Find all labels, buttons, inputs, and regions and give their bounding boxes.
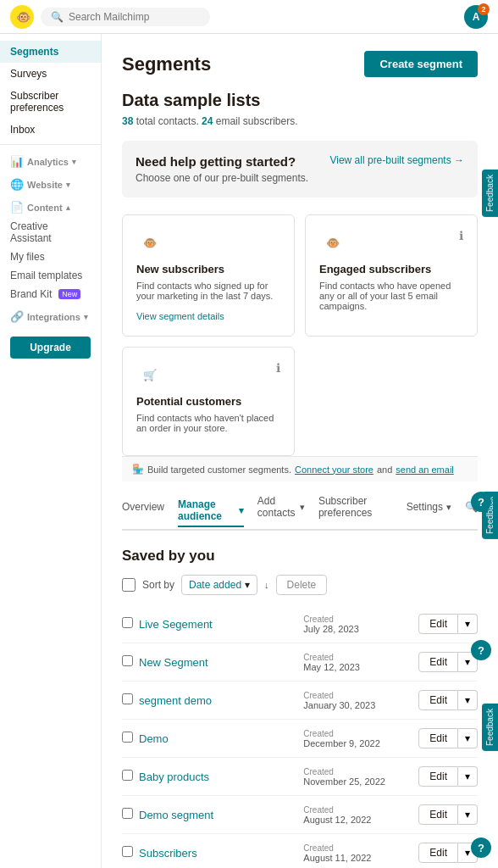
select-all-checkbox[interactable] (122, 578, 136, 592)
row-actions-2: Edit ▾ (418, 690, 478, 710)
segment-name-1[interactable]: New Segment (139, 656, 303, 669)
search-input[interactable] (69, 11, 187, 23)
dropdown-button-4[interactable]: ▾ (458, 766, 478, 787)
tab-overview[interactable]: Overview (122, 501, 164, 516)
sidebar-item-subscriber-prefs[interactable]: Subscriber preferences (0, 85, 101, 119)
segment-created-4: Created November 25, 2022 (303, 767, 405, 787)
row-checkbox-5[interactable] (122, 808, 139, 821)
section-title: Data sample lists (122, 91, 478, 110)
table-row: New Segment Created May 12, 2023 Edit ▾ (122, 643, 478, 682)
content-chevron: ▴ (66, 203, 70, 212)
sort-direction-icon[interactable]: ↓ (264, 580, 269, 590)
table-row: segment demo Created January 30, 2023 Ed… (122, 682, 478, 720)
edit-button-5[interactable]: Edit (418, 804, 458, 825)
dropdown-button-3[interactable]: ▾ (458, 728, 478, 748)
upgrade-button[interactable]: Upgrade (10, 337, 91, 359)
engaged-subscribers-desc: Find contacts who have opened any or all… (319, 281, 463, 311)
sidebar-item-my-files[interactable]: My files (0, 248, 101, 266)
settings-chevron: ▾ (446, 502, 451, 513)
help-button-3[interactable]: ? (471, 837, 491, 858)
edit-button-1[interactable]: Edit (418, 652, 458, 672)
sidebar-item-creative-assistant[interactable]: Creative Assistant (0, 217, 101, 248)
feedback-tab-3[interactable]: Feedback (482, 704, 498, 751)
dropdown-button-2[interactable]: ▾ (458, 690, 478, 710)
sidebar: Segments Surveys Subscriber preferences … (0, 34, 102, 868)
help-card: Need help getting started? Choose one of… (122, 141, 478, 198)
connect-store-link[interactable]: Connect your store (295, 465, 374, 475)
edit-button-2[interactable]: Edit (418, 690, 458, 710)
segment-name-5[interactable]: Demo segment (139, 809, 303, 821)
row-checkbox-6[interactable] (122, 846, 139, 860)
tab-settings[interactable]: Settings ▾ (407, 501, 451, 516)
add-contacts-chevron: ▾ (300, 502, 305, 513)
row-checkbox-1[interactable] (122, 655, 139, 669)
dropdown-button-0[interactable]: ▾ (458, 614, 478, 634)
sidebar-section-integrations[interactable]: 🔗 Integrations ▾ (0, 303, 101, 326)
help-card-desc: Choose one of our pre-built segments. (136, 172, 308, 184)
new-subscribers-desc: Find contacts who signed up for your mar… (136, 281, 280, 301)
row-checkbox-2[interactable] (122, 693, 139, 707)
send-email-link[interactable]: send an email (396, 465, 454, 475)
delete-button[interactable]: Delete (276, 575, 328, 595)
table-controls: Sort by Date added ▾ ↓ Delete (122, 575, 478, 595)
row-checkbox-0[interactable] (122, 617, 139, 631)
feedback-tab-1[interactable]: Feedback (482, 170, 498, 217)
segment-name-4[interactable]: Baby products (139, 771, 303, 783)
help-button-2[interactable]: ? (471, 640, 491, 660)
sidebar-item-brand-kit[interactable]: Brand Kit New (0, 285, 101, 303)
email-subscribers: 24 (202, 115, 213, 127)
edit-button-0[interactable]: Edit (418, 614, 458, 634)
engaged-info-icon[interactable]: ℹ (459, 229, 463, 242)
help-card-title: Need help getting started? (136, 154, 308, 169)
edit-button-3[interactable]: Edit (418, 728, 458, 748)
card-engaged-subscribers: 🐵 ℹ Engaged subscribers Find contacts wh… (305, 214, 478, 337)
new-subscribers-link[interactable]: View segment details (136, 311, 224, 321)
segment-name-6[interactable]: Subscribers (139, 847, 303, 860)
sidebar-item-email-templates[interactable]: Email templates (0, 266, 101, 285)
sidebar-section-analytics[interactable]: 📊 Analytics ▾ (0, 148, 101, 171)
row-actions-0: Edit ▾ (418, 614, 478, 634)
table-row: Baby products Created November 25, 2022 … (122, 758, 478, 796)
edit-button-6[interactable]: Edit (418, 843, 458, 863)
mailchimp-logo[interactable]: 🐵 (10, 5, 34, 29)
tab-manage-audience[interactable]: Manage audience ▾ (178, 498, 244, 527)
potential-customers-title: Potential customers (136, 395, 280, 408)
sort-select[interactable]: Date added ▾ (181, 575, 257, 595)
search-icon: 🔍 (51, 11, 64, 23)
dropdown-button-5[interactable]: ▾ (458, 804, 478, 825)
sort-value: Date added (189, 579, 241, 591)
sidebar-section-content[interactable]: 📄 Content ▴ (0, 194, 101, 217)
segment-created-1: Created May 12, 2023 (303, 653, 405, 672)
segment-cards-grid: 🐵 New subscribers Find contacts who sign… (122, 214, 478, 337)
sidebar-item-inbox[interactable]: Inbox (0, 119, 101, 141)
row-actions-5: Edit ▾ (418, 804, 478, 825)
help-button-1[interactable]: ? (471, 492, 491, 512)
segment-name-2[interactable]: segment demo (139, 694, 303, 707)
engaged-subscribers-title: Engaged subscribers (319, 263, 463, 275)
row-actions-6: Edit ▾ (418, 843, 478, 863)
search-bar[interactable]: 🔍 (41, 8, 210, 26)
page-header: Segments Create segment (122, 51, 478, 77)
nav-tabs: Overview Manage audience ▾ Add contacts … (122, 495, 478, 531)
sidebar-item-surveys[interactable]: Surveys (0, 63, 101, 85)
segment-created-3: Created December 9, 2022 (303, 729, 405, 748)
contact-info: 38 total contacts. 24 email subscribers. (122, 115, 478, 127)
potential-customers-desc: Find contacts who haven't placed an orde… (136, 413, 280, 433)
avatar[interactable]: A 2 (464, 5, 488, 29)
page-title: Segments (122, 53, 211, 75)
row-checkbox-3[interactable] (122, 732, 139, 745)
segment-name-0[interactable]: Live Segement (139, 618, 303, 631)
manage-audience-chevron: ▾ (239, 505, 244, 516)
tab-subscriber-preferences[interactable]: Subscriber preferences (318, 495, 393, 522)
create-segment-button[interactable]: Create segment (364, 51, 478, 77)
integrations-chevron: ▾ (84, 313, 88, 321)
sidebar-item-segments[interactable]: Segments (0, 41, 101, 63)
potential-info-icon[interactable]: ℹ (276, 361, 280, 375)
view-prebuilt-link[interactable]: View all pre-built segments → (329, 154, 464, 166)
sidebar-section-website[interactable]: 🌐 Website ▾ (0, 171, 101, 194)
edit-button-4[interactable]: Edit (418, 766, 458, 787)
table-row: Subscribers Created August 11, 2022 Edit… (122, 834, 478, 868)
tab-add-contacts[interactable]: Add contacts ▾ (257, 495, 305, 522)
row-checkbox-4[interactable] (122, 770, 139, 783)
segment-name-3[interactable]: Demo (139, 732, 303, 745)
